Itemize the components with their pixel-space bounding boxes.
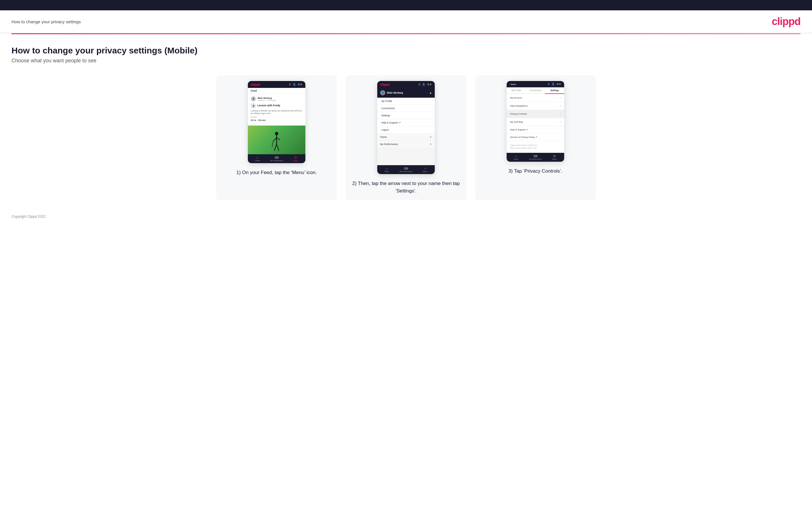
step1-caption: 1) On your Feed, tap the ‘Menu’ icon.: [236, 169, 317, 176]
home-chevron-down: ▼: [429, 136, 432, 138]
duration-value: 01 hr : 30 min: [251, 119, 303, 121]
nav3-home-label: Home: [514, 158, 518, 160]
nav2-home-label: Home: [385, 171, 389, 172]
performance-icon-3: ⌨: [534, 155, 538, 158]
help-support-label: Help & Support ↗: [510, 128, 528, 131]
phone1-feed-tab: Feed: [248, 88, 305, 94]
nav-home-label: Home: [255, 160, 260, 161]
tab-my-profile[interactable]: My Profile: [507, 87, 526, 94]
phone1-bottom-nav: ⌂ Home ⌨ My Performance ☰ Menu: [248, 154, 305, 163]
section-performance[interactable]: My Performance ▼: [377, 141, 435, 148]
settings-help[interactable]: Help & Support ↗: [507, 126, 564, 133]
nav3-home: ⌂ Home: [507, 155, 526, 160]
copyright-text: Copyright Clippd 2022: [11, 215, 46, 219]
menu-help[interactable]: Help & Support ↗: [377, 119, 435, 126]
privacy-controls-label: Privacy Controls: [510, 113, 527, 115]
my-profile-label: My Profile: [381, 100, 392, 103]
settings-data-integrations[interactable]: Data Integrations ›: [507, 102, 564, 110]
tab-connections[interactable]: Connections: [526, 87, 545, 94]
nav-menu[interactable]: ☰ Menu: [286, 156, 305, 161]
profile-icon-2: 👤: [422, 83, 425, 86]
home-icon-2: ⌂: [386, 167, 388, 170]
step-3-card: ‹ Back ⚲ 👤 ⚙▼ My Profile Connections Set…: [475, 75, 596, 200]
author-avatar: 👤: [251, 96, 256, 101]
expand-arrow[interactable]: ▲: [429, 91, 432, 94]
step3-caption: 3) Tap ‘Privacy Controls’.: [508, 167, 562, 175]
tab-settings[interactable]: Settings: [545, 87, 564, 94]
nav-performance: ⌨ My Performance: [267, 156, 287, 161]
page-subheading: Choose what you want people to see: [11, 58, 801, 64]
phone1-post: 👤 Blair McHarg Yesterday · Sunningdale 👤…: [248, 94, 305, 125]
settings-icon-2: ⚙▼: [427, 83, 432, 86]
step-2-card: clippd ⚲ 👤 ⚙▼ 👤 Blair McHarg ▲: [346, 75, 466, 200]
menu-logout[interactable]: Logout: [377, 126, 435, 133]
golfer-silhouette: [271, 131, 283, 154]
phone3-header: ‹ Back ⚲ 👤 ⚙▼: [507, 81, 564, 87]
svg-line-2: [273, 137, 276, 141]
privacy-controls-chevron: ›: [560, 112, 561, 115]
settings-list: My Account › Data Integrations › Privacy…: [507, 94, 564, 141]
top-bar: [0, 0, 812, 10]
section-performance-label: My Performance: [380, 143, 398, 146]
menu-my-profile[interactable]: My Profile: [377, 98, 435, 105]
performance-icon: ⌨: [274, 156, 278, 159]
nav-performance-label: My Performance: [270, 160, 283, 161]
step2-caption: 2) Then, tap the arrow next to your name…: [351, 180, 461, 194]
settings-label: Settings: [381, 114, 390, 117]
version-line2: SQL Server Version: 2022.7.30-1: [510, 147, 561, 150]
menu-user-left: 👤 Blair McHarg: [380, 90, 403, 95]
post-author: 👤 Blair McHarg Yesterday · Sunningdale: [251, 96, 303, 101]
settings-golf-bag[interactable]: My Golf Bag ›: [507, 118, 564, 126]
my-account-label: My Account: [510, 97, 522, 99]
settings-privacy-controls[interactable]: Privacy Controls ›: [507, 110, 564, 118]
menu-settings[interactable]: Settings: [377, 112, 435, 119]
phone2-header: clippd ⚲ 👤 ⚙▼: [377, 81, 435, 88]
phone3-icons: ⚲ 👤 ⚙▼: [548, 83, 561, 86]
settings-my-account[interactable]: My Account ›: [507, 94, 564, 102]
post-title: Lesson with Fordy: [257, 104, 281, 107]
service-privacy-label: Service & Privacy Policy ↗: [510, 136, 538, 138]
data-integrations-chevron: ›: [560, 104, 561, 107]
page-heading: How to change your privacy settings (Mob…: [11, 46, 801, 55]
svg-line-5: [276, 144, 279, 151]
phone1-header: clippd ⚲ 👤 ⚙▼: [248, 81, 305, 88]
settings-service-privacy[interactable]: Service & Privacy Policy ↗: [507, 133, 564, 141]
author-sub: Yesterday · Sunningdale: [258, 99, 276, 101]
search-icon-2: ⚲: [418, 83, 420, 86]
phone-1-mockup: clippd ⚲ 👤 ⚙▼ Feed 👤 Blair McHarg: [248, 81, 305, 163]
section-home[interactable]: Home ▼: [377, 133, 435, 141]
menu-icon: ☰: [295, 156, 297, 159]
golf-image: [248, 125, 305, 154]
connections-label: Connections: [381, 107, 395, 110]
home-icon: ⌂: [256, 156, 258, 159]
duration-label: Duration: [251, 116, 303, 118]
golf-bag-label: My Golf Bag: [510, 121, 523, 123]
performance-icon-2: ⌨: [404, 167, 408, 170]
menu-user-row[interactable]: 👤 Blair McHarg ▲: [377, 88, 435, 98]
nav2-menu-close[interactable]: ✕ Menu: [415, 167, 435, 172]
performance-chevron-down: ▼: [429, 143, 432, 146]
phone3-bottom-nav: ⌂ Home ⌨ My Performance ☰ Menu: [507, 153, 564, 162]
my-account-chevron: ›: [560, 96, 561, 99]
phone2-bottom-nav: ⌂ Home ⌨ My Performance ✕ Menu: [377, 165, 435, 174]
menu-connections[interactable]: Connections: [377, 105, 435, 112]
coach-avatar: 👤: [251, 103, 256, 108]
back-button[interactable]: ‹ Back: [509, 83, 516, 86]
author-info: Blair McHarg Yesterday · Sunningdale: [258, 97, 276, 101]
search-icon: ⚲: [289, 83, 291, 86]
nav-home: ⌂ Home: [248, 156, 267, 161]
phone-3-mockup: ‹ Back ⚲ 👤 ⚙▼ My Profile Connections Set…: [507, 81, 564, 162]
header-title: How to change your privacy settings: [11, 19, 81, 24]
step-1-card: clippd ⚲ 👤 ⚙▼ Feed 👤 Blair McHarg: [216, 75, 337, 200]
svg-line-4: [274, 144, 276, 151]
settings-icon-3: ⚙▼: [556, 83, 561, 86]
footer: Copyright Clippd 2022: [0, 209, 812, 224]
svg-point-0: [275, 132, 278, 135]
phone3-tabs: My Profile Connections Settings: [507, 87, 564, 94]
clippd-logo: clippd: [772, 15, 801, 27]
post-body: Looking to feel like my hands are exitin…: [251, 109, 303, 115]
section-home-label: Home: [380, 135, 387, 138]
phone2-logo: clippd: [380, 83, 389, 86]
svg-line-3: [276, 137, 280, 140]
help-label: Help & Support ↗: [381, 121, 401, 124]
